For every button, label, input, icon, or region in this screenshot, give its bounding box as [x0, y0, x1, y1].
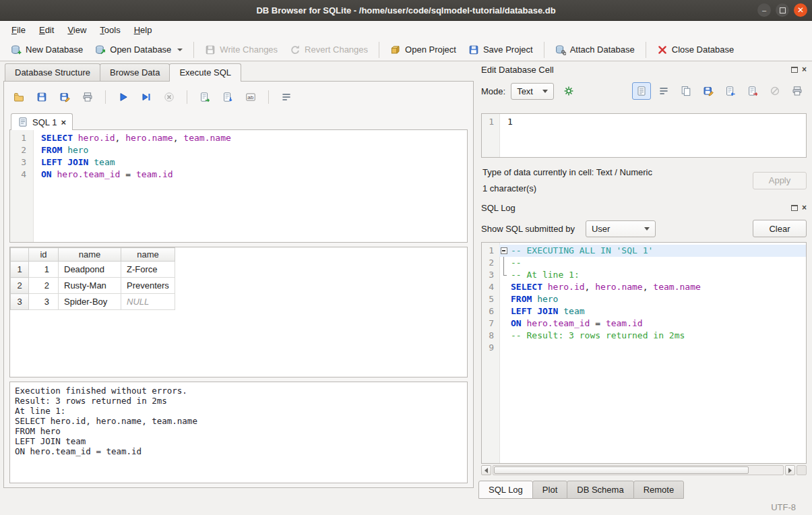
sql-log-view[interactable]: 1-- EXECUTING ALL IN 'SQL 1'2--3-- At li… — [481, 242, 807, 464]
log-filter-label: Show SQL submitted by — [481, 224, 575, 234]
close-dock-icon[interactable]: × — [802, 65, 807, 73]
dock-tab-plot[interactable]: Plot — [532, 481, 567, 499]
message-line: ON hero.team_id = team.id — [15, 446, 462, 456]
fold-margin — [499, 330, 509, 342]
dock-tab-db-schema[interactable]: DB Schema — [567, 481, 633, 499]
tab-browse-data[interactable]: Browse Data — [100, 63, 170, 81]
fold-margin — [499, 293, 509, 305]
chevron-down-icon — [644, 227, 650, 231]
fold-collapse-icon[interactable] — [499, 245, 509, 257]
cell[interactable]: Deadpond — [59, 262, 121, 278]
export-data-button[interactable] — [743, 82, 762, 100]
menu-edit[interactable]: Edit — [33, 23, 60, 37]
export-results-button[interactable] — [195, 88, 214, 106]
corner-header[interactable] — [11, 248, 29, 262]
menu-view[interactable]: View — [61, 23, 92, 37]
scroll-left-button[interactable] — [481, 465, 491, 475]
cell[interactable]: 2 — [29, 278, 59, 294]
row-number[interactable]: 2 — [11, 278, 29, 294]
code-line: 9 — [482, 342, 806, 354]
cell[interactable]: 3 — [29, 294, 59, 310]
minimize-button[interactable]: – — [757, 3, 771, 17]
float-dock-icon[interactable] — [791, 67, 798, 73]
column-header-name-1[interactable]: name — [59, 248, 121, 262]
find-replace-button[interactable]: ab — [241, 88, 260, 106]
text-mode-button[interactable] — [632, 82, 651, 100]
log-filter-select[interactable]: User — [586, 220, 656, 237]
open-project-button[interactable]: Open Project — [385, 42, 462, 58]
print-button[interactable] — [78, 88, 97, 106]
sql-editor-tab[interactable]: SQL 1 × — [11, 113, 73, 130]
clear-log-button[interactable]: Clear — [753, 220, 807, 237]
scroll-right-button[interactable] — [785, 465, 795, 475]
close-window-button[interactable]: ✕ — [794, 3, 807, 17]
cell[interactable]: Spider-Boy — [59, 294, 121, 310]
cell-type-info: Type of data currently in cell: Text / N… — [482, 167, 652, 177]
gear-icon — [563, 86, 574, 96]
save-sql-as-button[interactable] — [55, 88, 74, 106]
open-sql-file-button[interactable] — [9, 88, 28, 106]
close-tab-icon[interactable]: × — [61, 118, 66, 127]
save-results-view-button[interactable] — [218, 88, 237, 106]
cell[interactable]: Z-Force — [121, 262, 175, 278]
cell[interactable]: Rusty-Man — [59, 278, 121, 294]
row-number[interactable]: 3 — [11, 294, 29, 310]
cell[interactable]: NULL — [121, 294, 175, 310]
column-header-name-2[interactable]: name — [121, 248, 175, 262]
copy-button[interactable] — [677, 82, 695, 100]
menu-help[interactable]: Help — [128, 23, 158, 37]
import-in-cell-button[interactable] — [559, 82, 578, 100]
toolbar-separator — [187, 90, 187, 104]
execute-all-button[interactable] — [114, 88, 133, 106]
row-number[interactable]: 1 — [11, 262, 29, 278]
message-line: Execution finished without errors. — [15, 386, 462, 396]
fold-margin — [499, 317, 509, 330]
toolbar-separator — [379, 42, 379, 58]
sql-editor[interactable]: 1SELECT hero.id, hero.name, team.name2FR… — [9, 129, 468, 243]
save-sql-file-button[interactable] — [32, 88, 51, 106]
word-wrap-button[interactable] — [654, 82, 673, 100]
maximize-button[interactable] — [776, 3, 789, 17]
dock-tab-sql-log[interactable]: SQL Log — [478, 481, 533, 499]
print-button[interactable] — [788, 82, 807, 100]
sql-tab-label: SQL 1 — [32, 117, 57, 127]
log-filter-value: User — [592, 224, 610, 234]
import-data-button[interactable] — [721, 82, 740, 100]
code-line: 8-- Result: 3 rows returned in 2ms — [482, 330, 806, 342]
close-dock-icon[interactable]: × — [802, 204, 807, 212]
code-line: 4SELECT hero.id, hero.name, team.name — [482, 281, 806, 293]
save-as-button[interactable] — [699, 82, 718, 100]
cell-editor[interactable]: 11 — [481, 113, 807, 158]
set-null-icon — [770, 86, 780, 96]
scroll-thumb[interactable] — [494, 466, 749, 474]
save-project-button[interactable]: Save Project — [463, 42, 538, 58]
mode-select[interactable]: Text — [511, 83, 554, 100]
execute-current-line-button[interactable] — [137, 88, 156, 106]
fold-margin — [499, 342, 509, 354]
open-database-button[interactable]: Open Database — [90, 42, 188, 58]
chevron-down-icon[interactable] — [177, 49, 183, 51]
close-database-button[interactable]: Close Database — [652, 42, 740, 58]
message-line: At line 1: — [15, 406, 462, 416]
table-row: 11DeadpondZ-Force — [11, 262, 175, 278]
dock-tab-remote[interactable]: Remote — [633, 481, 685, 499]
attach-database-button[interactable]: Attach Database — [550, 42, 640, 58]
line-number: 1 — [10, 132, 33, 144]
attach-database-label: Attach Database — [570, 44, 635, 55]
tab-database-structure[interactable]: Database Structure — [5, 63, 100, 81]
word-wrap-button[interactable] — [277, 88, 296, 106]
new-database-label: New Database — [26, 44, 83, 55]
menu-tools[interactable]: Tools — [94, 23, 126, 37]
cell[interactable]: Preventers — [121, 278, 175, 294]
tab-execute-sql[interactable]: Execute SQL — [169, 63, 241, 82]
maximize-icon — [780, 7, 786, 13]
new-database-button[interactable]: New Database — [5, 42, 88, 58]
apply-button: Apply — [753, 172, 807, 189]
scroll-track[interactable] — [493, 465, 784, 475]
float-dock-icon[interactable] — [791, 205, 798, 211]
cell[interactable]: 1 — [29, 262, 59, 278]
menu-file[interactable]: File — [5, 23, 32, 37]
line-number: 7 — [482, 317, 499, 330]
column-header-id-0[interactable]: id — [29, 248, 59, 262]
sql-log-title: SQL Log — [481, 203, 516, 213]
